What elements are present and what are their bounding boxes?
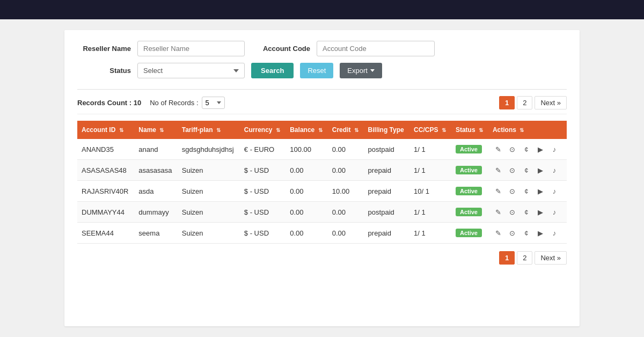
th-credit: Credit ⇅: [328, 121, 364, 139]
accounts-table: Account ID ⇅ Name ⇅ Tariff-plan ⇅ Curren…: [77, 121, 567, 244]
table-cell: 10/ 1: [409, 181, 451, 202]
sort-icon-balance[interactable]: ⇅: [318, 127, 323, 133]
edit-icon[interactable]: ✎: [493, 165, 504, 175]
sort-icon-status[interactable]: ⇅: [479, 127, 483, 133]
audio-icon[interactable]: ♪: [548, 207, 560, 217]
reset-button[interactable]: Reset: [300, 63, 333, 78]
status-cell: Active: [451, 181, 488, 202]
chart-icon[interactable]: ▶: [535, 228, 546, 238]
sort-icon-account-id[interactable]: ⇅: [119, 127, 123, 133]
sort-icon-name[interactable]: ⇅: [159, 127, 164, 133]
th-cc-cps: CC/CPS ⇅: [409, 121, 451, 139]
table-cell: Suizen: [178, 223, 240, 244]
sort-icon-actions[interactable]: ⇅: [519, 127, 524, 133]
reseller-name-input[interactable]: [137, 41, 245, 56]
no-of-records-label: No of Records :: [150, 99, 198, 107]
table-cell: postpaid: [364, 139, 409, 160]
table-cell: 0.00: [286, 202, 328, 223]
table-cell: dummayy: [134, 202, 177, 223]
table-cell: sgdsghduhsjdhsj: [178, 139, 240, 160]
sort-icon-credit[interactable]: ⇅: [354, 127, 358, 133]
page-wrapper: Reseller Name Account Code Status Select…: [0, 19, 644, 337]
th-balance: Balance ⇅: [286, 121, 328, 139]
sort-icon-cc-cps[interactable]: ⇅: [442, 127, 446, 133]
money-icon[interactable]: ¢: [521, 165, 532, 175]
money-icon[interactable]: ¢: [521, 228, 532, 238]
table-row: SEEMA44seemaSuizen$ - USD0.000.00prepaid…: [77, 223, 567, 244]
filter-row-2: Status Select Active Inactive Search Res…: [77, 63, 567, 78]
table-cell: postpaid: [364, 202, 409, 223]
table-row: ANAND35anandsgdsghduhsjdhsj€ - EURO100.0…: [77, 139, 567, 160]
table-row: ASASASAS48asasasasaSuizen$ - USD0.000.00…: [77, 160, 567, 181]
table-cell: 1/ 1: [409, 139, 451, 160]
status-cell: Active: [451, 139, 488, 160]
money-icon[interactable]: ¢: [521, 186, 532, 196]
table-cell: 0.00: [328, 202, 364, 223]
view-icon[interactable]: ⊙: [507, 186, 518, 196]
chart-icon[interactable]: ▶: [535, 186, 546, 196]
view-icon[interactable]: ⊙: [507, 144, 518, 155]
page-btn-2-top[interactable]: 2: [517, 96, 532, 109]
chart-icon[interactable]: ▶: [535, 207, 546, 217]
page-btn-1-bottom[interactable]: 1: [499, 251, 515, 265]
status-badge: Active: [456, 166, 482, 174]
view-icon[interactable]: ⊙: [507, 165, 518, 175]
audio-icon[interactable]: ♪: [548, 165, 560, 175]
chart-icon[interactable]: ▶: [535, 165, 546, 175]
top-bar: [0, 0, 644, 19]
account-code-input[interactable]: [317, 41, 435, 56]
table-row: DUMMAYY44dummayySuizen$ - USD0.000.00pos…: [77, 202, 567, 223]
th-status: Status ⇅: [451, 121, 488, 139]
edit-icon[interactable]: ✎: [493, 207, 504, 217]
status-label: Status: [77, 67, 131, 75]
table-cell: asasasasa: [134, 160, 177, 181]
edit-icon[interactable]: ✎: [493, 228, 504, 238]
actions-cell: ✎⊙¢▶♪: [488, 181, 567, 202]
export-label: Export: [347, 67, 368, 75]
page-btn-next-bottom[interactable]: Next »: [535, 251, 567, 265]
page-btn-next-top[interactable]: Next »: [535, 96, 567, 109]
no-of-records-select[interactable]: 5 10 25 50: [202, 97, 225, 109]
table-cell: asda: [134, 181, 177, 202]
export-button[interactable]: Export: [340, 63, 382, 78]
sort-icon-tariff[interactable]: ⇅: [216, 127, 221, 133]
table-cell: Suizen: [178, 181, 240, 202]
actions-cell: ✎⊙¢▶♪: [488, 139, 567, 160]
records-left: Records Count : 10 No of Records : 5 10 …: [77, 97, 225, 109]
account-code-label: Account Code: [251, 45, 310, 53]
th-tariff-plan: Tariff-plan ⇅: [178, 121, 240, 139]
th-currency: Currency ⇅: [240, 121, 286, 139]
status-badge: Active: [456, 145, 482, 153]
edit-icon[interactable]: ✎: [493, 186, 504, 196]
table-header: Account ID ⇅ Name ⇅ Tariff-plan ⇅ Curren…: [77, 121, 567, 139]
audio-icon[interactable]: ♪: [548, 144, 560, 155]
page-btn-2-bottom[interactable]: 2: [517, 251, 532, 265]
edit-icon[interactable]: ✎: [493, 144, 504, 155]
table-cell: ANAND35: [77, 139, 134, 160]
th-actions: Actions ⇅: [488, 121, 567, 139]
view-icon[interactable]: ⊙: [507, 228, 518, 238]
chart-icon[interactable]: ▶: [535, 144, 546, 155]
money-icon[interactable]: ¢: [521, 207, 532, 217]
table-body: ANAND35anandsgdsghduhsjdhsj€ - EURO100.0…: [77, 139, 567, 244]
status-cell: Active: [451, 160, 488, 181]
money-icon[interactable]: ¢: [521, 144, 532, 155]
table-cell: $ - USD: [240, 181, 286, 202]
status-select[interactable]: Select Active Inactive: [137, 63, 245, 78]
pagination-top: 1 2 Next »: [499, 96, 567, 109]
sort-icon-currency[interactable]: ⇅: [276, 127, 280, 133]
filter-section: Reseller Name Account Code Status Select…: [77, 41, 567, 78]
table-cell: RAJASRIV40R: [77, 181, 134, 202]
audio-icon[interactable]: ♪: [548, 186, 560, 196]
audio-icon[interactable]: ♪: [548, 228, 560, 238]
table-cell: $ - USD: [240, 223, 286, 244]
page-btn-1-top[interactable]: 1: [499, 96, 515, 109]
action-icons: ✎⊙¢▶♪: [493, 207, 562, 217]
table-row: RAJASRIV40RasdaSuizen$ - USD0.0010.00pre…: [77, 181, 567, 202]
search-button[interactable]: Search: [251, 63, 294, 78]
status-badge: Active: [456, 208, 482, 216]
table-cell: DUMMAYY44: [77, 202, 134, 223]
view-icon[interactable]: ⊙: [507, 207, 518, 217]
pagination-bottom: 1 2 Next »: [499, 251, 567, 265]
table-cell: 1/ 1: [409, 160, 451, 181]
